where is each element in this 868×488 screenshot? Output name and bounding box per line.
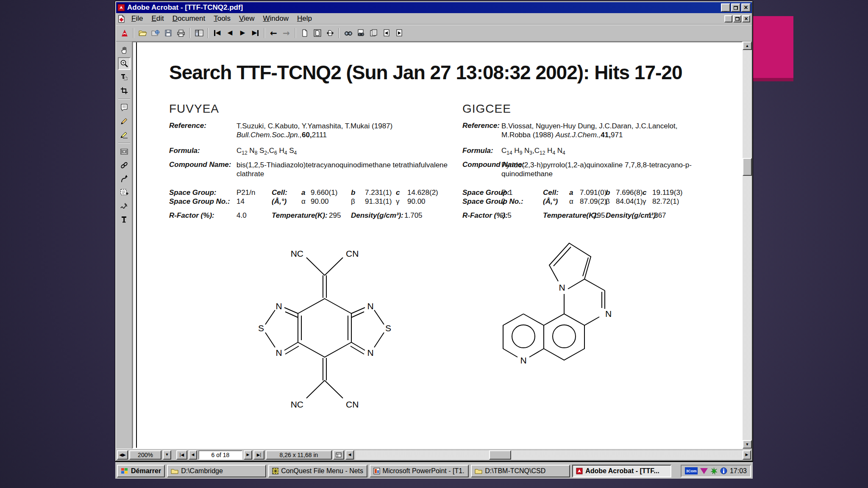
horizontal-scrollbar[interactable]: ▶: [355, 450, 751, 460]
hscroll-left-button[interactable]: ◀: [345, 450, 354, 460]
mdi-restore-button[interactable]: [733, 15, 741, 22]
sparkle-tray-icon[interactable]: [710, 467, 718, 474]
page-layout-button[interactable]: [333, 450, 344, 460]
next-highlight-button[interactable]: [393, 27, 405, 39]
menu-view[interactable]: View: [235, 14, 259, 24]
open-button[interactable]: [137, 27, 148, 39]
show-thumbnails-button[interactable]: [193, 27, 205, 39]
taskbar-item-conquest[interactable]: ConQuest File Menu - Nets...: [268, 465, 367, 477]
fit-width-button[interactable]: [324, 27, 336, 39]
document-viewport[interactable]: Search TTF-TCNQ2 (Sun Jan 27 13:08:32 20…: [132, 42, 743, 449]
threecom-tray-icon[interactable]: 3Com: [685, 467, 698, 474]
text-select-tool-button[interactable]: [118, 71, 131, 83]
fuvyea-structure-diagram: NC CN N S N N S N NC CN: [238, 229, 412, 440]
menu-file[interactable]: File: [128, 14, 147, 24]
zoom-level-value: 200%: [138, 452, 153, 458]
menu-window[interactable]: Window: [259, 14, 292, 24]
mdi-minimize-button[interactable]: _: [724, 15, 732, 22]
zoom-tool-button[interactable]: [118, 57, 131, 70]
taskbar-clock[interactable]: 17:03: [730, 467, 747, 475]
fit-page-button[interactable]: [312, 27, 323, 39]
space-group-label: Space Group:: [169, 189, 216, 197]
print-button[interactable]: [175, 27, 186, 39]
scroll-down-button[interactable]: ▼: [743, 440, 752, 449]
arrow-right-icon: ▶: [746, 453, 748, 457]
cell-a-label: a: [569, 189, 573, 197]
article-tool-button[interactable]: [118, 172, 131, 185]
prev-highlight-button[interactable]: [381, 27, 392, 39]
scroll-up-button[interactable]: ▲: [743, 42, 752, 50]
acrobat-icon: [576, 468, 583, 474]
menu-document[interactable]: Document: [169, 14, 209, 24]
toolbar-separator: [189, 28, 190, 38]
last-page-button[interactable]: ▶: [250, 27, 261, 39]
search-button[interactable]: [355, 27, 367, 39]
zoom-level-box[interactable]: 200%: [129, 450, 161, 460]
next-page-button[interactable]: ▶: [237, 27, 248, 39]
vertical-scroll-thumb[interactable]: [743, 158, 752, 176]
start-button[interactable]: Démarrer: [117, 465, 165, 477]
crop-tool-button[interactable]: [118, 84, 131, 97]
vertical-scroll-track[interactable]: [743, 50, 752, 440]
formula-sub: 14: [506, 150, 512, 156]
arrow-up-icon: ▲: [746, 44, 749, 48]
tool-palette: [116, 42, 132, 449]
pdf-page-icon[interactable]: [118, 15, 125, 23]
form-tool-button[interactable]: [118, 186, 131, 199]
page-indicator-box[interactable]: 6 of 18: [198, 450, 242, 460]
movie-tool-button[interactable]: [118, 145, 131, 158]
pane-splitter-button[interactable]: ◀▶: [117, 450, 128, 460]
vertical-scrollbar[interactable]: ▲ ▼: [743, 42, 752, 449]
atom-label: N: [559, 283, 565, 292]
close-button[interactable]: ×: [741, 3, 751, 12]
next-page-status-button[interactable]: ▶: [244, 450, 252, 460]
minimize-button[interactable]: _: [721, 3, 730, 12]
restore-button[interactable]: [731, 3, 740, 12]
horizontal-scroll-thumb[interactable]: [489, 450, 511, 460]
cell-beta-label: β: [606, 197, 610, 206]
prev-page-status-button[interactable]: ◀: [189, 450, 197, 460]
mdi-close-button[interactable]: ×: [742, 15, 750, 22]
menu-help[interactable]: Help: [293, 14, 316, 24]
taskbar-item-tbm-tcnq[interactable]: D:\TBM-TCNQ\CSD: [471, 465, 570, 477]
cell-alpha-label: α: [301, 197, 306, 206]
taskbar-item-powerpoint[interactable]: Microsoft PowerPoint - [T1...: [370, 465, 469, 477]
open-web-page-button[interactable]: [150, 27, 161, 39]
pencil-tool-button[interactable]: [118, 115, 131, 128]
search-results-button[interactable]: [368, 27, 379, 39]
save-button[interactable]: [162, 27, 174, 39]
note-tool-button[interactable]: [118, 101, 131, 114]
formula-sub: 12: [242, 150, 247, 156]
info-tray-icon[interactable]: [720, 467, 727, 474]
signature-tool-button[interactable]: [118, 200, 131, 212]
taskbar-item-cambridge[interactable]: D:\Cambridge: [167, 465, 266, 477]
compound-line2: clathrate: [236, 169, 448, 178]
find-button[interactable]: [342, 27, 354, 39]
gigcee-structure-diagram: N N N: [487, 227, 659, 385]
last-page-status-button[interactable]: ▶|: [253, 450, 264, 460]
atom-label: N: [520, 355, 526, 365]
first-page-button[interactable]: ◀: [211, 27, 223, 39]
touchup-text-tool-button[interactable]: [118, 213, 131, 226]
go-forward-button[interactable]: →: [281, 27, 292, 39]
title-bar[interactable]: Adobe Acrobat - [TTF-TCNQ2.pdf] _ ×: [116, 2, 752, 13]
hscroll-right-button[interactable]: ▶: [743, 450, 751, 460]
prev-page-button[interactable]: ◀: [224, 27, 236, 39]
menu-edit[interactable]: Edit: [147, 14, 167, 24]
palette-separator: [118, 143, 130, 144]
arrow-left-icon: ◀: [192, 453, 195, 457]
formula-el: H: [545, 147, 552, 155]
zoom-dropdown-button[interactable]: ▼: [163, 450, 171, 460]
cell-beta-label: β: [351, 197, 355, 206]
first-page-status-button[interactable]: |◀: [176, 450, 187, 460]
highlight-tool-button[interactable]: [118, 128, 131, 141]
page-title: Search TTF-TCNQ2 (Sun Jan 27 13:08:32 20…: [169, 61, 682, 84]
taskbar-item-acrobat[interactable]: Adobe Acrobat - [TTF...: [572, 465, 671, 477]
formula-el: S: [287, 147, 294, 155]
link-tool-button[interactable]: [118, 159, 131, 172]
hand-tool-button[interactable]: [118, 44, 131, 56]
triangle-tray-icon[interactable]: [700, 468, 708, 474]
menu-tools[interactable]: Tools: [210, 14, 234, 24]
go-back-button[interactable]: ←: [268, 27, 279, 39]
actual-size-button[interactable]: [299, 27, 310, 39]
